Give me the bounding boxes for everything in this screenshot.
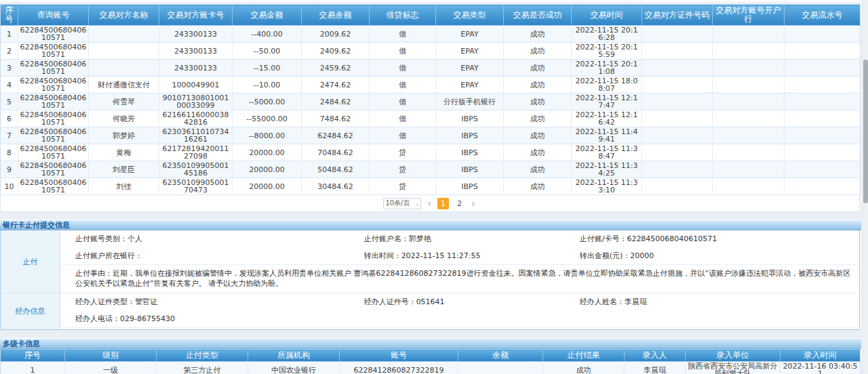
column-header: 序号 (1, 350, 65, 362)
cell-time: 2022-11-15 20:11:08 (572, 60, 642, 77)
cell-success: 成功 (504, 161, 572, 178)
cell-balance: 30484.62 (302, 178, 370, 195)
transactions-body: 16228450068040610571243300133--400.00200… (1, 26, 861, 195)
cell-balance: 2474.62 (302, 77, 370, 94)
cell-bank (713, 43, 785, 60)
column-header: 余额 (458, 350, 543, 362)
column-header: 账号 (340, 350, 458, 362)
cell-bank (713, 127, 785, 144)
cell-cert (642, 161, 713, 178)
cell-flag: 借 (370, 43, 436, 60)
table-row: 106228450068040610571刘佳62350109905001704… (1, 178, 861, 195)
cell-account: 6228450068040610571 (18, 77, 89, 94)
cell-flag: 借 (370, 77, 436, 94)
field-row: 止付账户所在银行： 转出时间：2022-11-15 11:27:55 转出金额(… (60, 247, 859, 264)
cell-bank (713, 110, 785, 127)
cell-account: 6228450068040610571 (18, 161, 89, 178)
cell-success: 成功 (504, 26, 572, 43)
table-row: 26228450068040610571243300133--50.002409… (1, 43, 861, 60)
cell-type: EPAY (436, 26, 504, 43)
cell-name: 黄梅 (89, 144, 159, 161)
cell-account: 6228450068040610571 (18, 43, 89, 60)
cell-type: IBPS (436, 110, 504, 127)
page-button-2[interactable]: 2 (454, 198, 465, 209)
page-size-select[interactable]: 10条/页 ⌄ (383, 198, 421, 209)
cell-serial (785, 77, 861, 94)
column-header: 交易金额 (233, 5, 302, 26)
cell-flag: 借 (370, 60, 436, 77)
cell-flag: 贷 (370, 161, 436, 178)
vertical-scrollbar[interactable] (862, 0, 868, 374)
next-page-button[interactable]: › (470, 199, 477, 208)
cell-operator: 李晨琨 (625, 362, 686, 374)
page-button-1[interactable]: 1 (437, 198, 449, 209)
cell-seq: 3 (1, 60, 18, 77)
cell-cert (642, 94, 713, 110)
cell-balance: 2459.62 (302, 60, 370, 77)
column-header: 录入单位 (686, 350, 781, 362)
cell-flag: 借 (370, 127, 436, 144)
column-header: 交易流水号 (785, 5, 861, 26)
table-row: 66228450068040610571何晓芳62166116000038428… (1, 110, 861, 127)
cell-seq: 8 (1, 144, 18, 161)
cell-amount: --10.00 (233, 77, 302, 94)
multi-card-section-title: 多级卡信息 (0, 338, 861, 349)
prev-page-button[interactable]: ‹ (426, 199, 433, 208)
cell-cert (642, 127, 713, 144)
multi-card-body: 1一级第三方止付中国农业银行6228412860827322819成功李晨琨陕西… (1, 362, 861, 374)
scrollbar-thumb[interactable] (863, 60, 868, 203)
cell-serial (785, 110, 861, 127)
cell-success: 成功 (504, 127, 572, 144)
cell-card: 6216611600003842816 (159, 110, 233, 127)
cell-amount: 20000.00 (233, 161, 302, 178)
column-header: 交易类型 (436, 5, 504, 26)
column-header: 录入人 (625, 350, 686, 362)
cell-flag: 借 (370, 110, 436, 127)
cell-card: 6235010990500170473 (159, 178, 233, 195)
column-header: 止付类型 (157, 350, 248, 362)
cell-bank (713, 26, 785, 43)
cell-seq: 5 (1, 94, 18, 110)
cell-type: 分行版手机银行 (436, 94, 504, 110)
cell-cert (642, 26, 713, 43)
field-row: 经办人证件类型：警官证 经办人证件号：051641 经办人姓名：李晨琨 (60, 293, 859, 310)
cell-account: 6228450068040610571 (18, 94, 89, 110)
cell-cert (642, 110, 713, 127)
cell-amount: --15.00 (233, 60, 302, 77)
cell-time: 2022-11-15 11:38:47 (572, 144, 642, 161)
cell-amount: --400.00 (233, 26, 302, 43)
cell-balance: 7484.62 (302, 110, 370, 127)
table-row: 46228450068040610571财付通微信支付1000049901--1… (1, 77, 861, 94)
cell-account: 6228450068040610571 (18, 144, 89, 161)
cell-type: 第三方止付 (157, 362, 248, 374)
cell-type: IBPS (436, 161, 504, 178)
operator-fields: 经办人证件类型：警官证 经办人证件号：051641 经办人姓名：李晨琨 经办人电… (60, 293, 859, 329)
cell-org: 中国农业银行 (248, 362, 340, 374)
cell-card: 243300133 (159, 43, 233, 60)
cell-serial (785, 94, 861, 110)
cell-amount: --8000.00 (233, 127, 302, 144)
field-row: 止付账号类别：个人 止付账户名：郭梦艳 止付账/卡号：6228450068040… (60, 230, 859, 247)
column-header: 交易对方名称 (89, 5, 159, 26)
cell-time: 2022-11-15 20:16:28 (572, 26, 642, 43)
cell-account: 6228450068040610571 (18, 26, 89, 43)
cell-balance: 70484.62 (302, 144, 370, 161)
cell-flag: 贷 (370, 144, 436, 161)
cell-seq: 1 (1, 26, 18, 43)
cell-name: 刘星臣 (89, 161, 159, 178)
field-operator-cert-no: 经办人证件号：051641 (364, 297, 580, 307)
cell-name: 何雪琴 (89, 94, 159, 110)
cell-success: 成功 (504, 178, 572, 195)
operator-info-block: 经办信息 经办人证件类型：警官证 经办人证件号：051641 经办人姓名：李晨琨… (1, 293, 859, 329)
chevron-down-icon: ⌄ (415, 201, 420, 207)
cell-time: 2022-11-15 11:49:41 (572, 127, 642, 144)
section-gap (0, 212, 861, 220)
cell-account: 6228450068040610571 (18, 127, 89, 144)
cell-balance: 50484.62 (302, 161, 370, 178)
cell-flag: 借 (370, 26, 436, 43)
table-row: 56228450068040610571何雪琴90107130801001000… (1, 94, 861, 110)
column-header: 交易对方证件号码 (642, 5, 713, 26)
cell-balance: 2009.62 (302, 26, 370, 43)
cell-bank (713, 77, 785, 94)
cell-success: 成功 (504, 144, 572, 161)
